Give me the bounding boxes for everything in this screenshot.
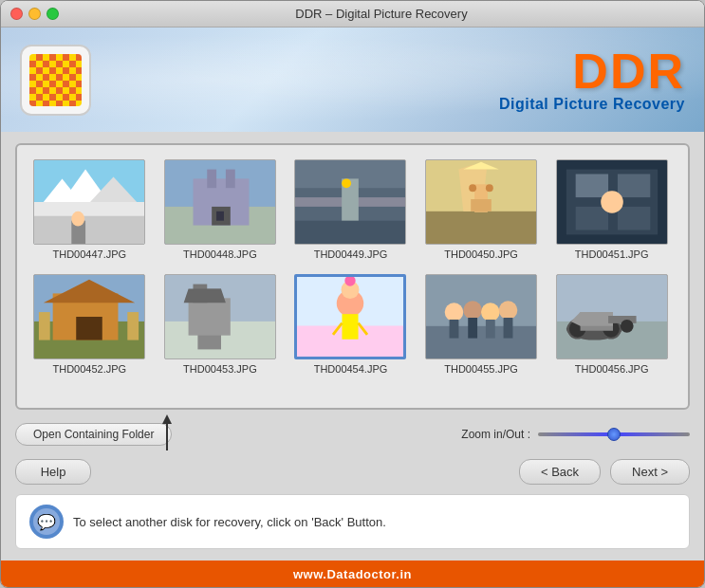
svg-rect-22 [426,211,536,244]
svg-rect-14 [216,211,224,221]
arrow-annotation [162,414,172,450]
next-button[interactable]: Next > [610,459,690,485]
svg-point-57 [345,275,356,285]
thumbnail-image [33,159,145,245]
thumbnail-label: THD00448.JPG [183,248,257,260]
thumbnail-label: THD00455.JPG [444,363,518,375]
logo-icon [29,54,82,106]
list-item[interactable]: THD00451.JPG [553,159,670,260]
svg-rect-65 [486,320,495,339]
svg-rect-41 [77,317,103,340]
thumbnail-label: THD00456.JPG [575,363,649,375]
svg-point-7 [72,211,85,227]
brand-area: DDR Digital Picture Recovery [499,46,685,113]
info-icon-inner: 💬 [33,508,60,535]
svg-rect-47 [188,298,230,335]
zoom-label: Zoom in/Out : [461,428,530,441]
thumbnail-image [294,274,406,359]
close-button[interactable] [10,8,23,20]
svg-point-29 [486,184,493,192]
thumbnail-image [425,159,537,245]
svg-point-76 [621,320,634,333]
brand-subtitle-text: Digital Picture Recovery [499,96,685,113]
svg-rect-11 [207,170,216,189]
thumbnail-label: THD00449.JPG [314,248,388,260]
thumbnail-image [425,274,537,359]
list-item[interactable]: THD00453.JPG [162,274,279,375]
bottom-buttons: Help < Back Next > [15,459,690,485]
thumbnail-label: THD00451.JPG [575,248,649,260]
help-button[interactable]: Help [15,459,91,485]
gallery-container: THD00447.JPG [15,143,690,410]
minimize-button[interactable] [28,8,41,20]
info-box: 💬 To select another disk for recovery, c… [15,494,690,549]
svg-point-66 [499,301,518,320]
thumbnail-label: THD00453.JPG [183,363,257,375]
footer: www.Datadoctor.in [1,560,704,587]
info-message: To select another disk for recovery, cli… [73,515,386,529]
thumbnail-label: THD00450.JPG [444,248,518,260]
list-item[interactable]: THD00448.JPG [162,159,279,260]
list-item[interactable]: THD00447.JPG [31,159,148,260]
list-item[interactable]: THD00456.JPG [553,274,670,375]
thumbnail-image [556,159,668,245]
thumbnail-label: THD00447.JPG [52,248,126,260]
svg-rect-34 [575,207,607,230]
gallery-scroll[interactable]: THD00447.JPG [27,155,678,398]
svg-rect-59 [426,326,536,358]
svg-rect-67 [504,318,513,339]
footer-url: www.Datadoctor.in [293,567,412,581]
title-bar: DDR – Digital Picture Recovery [1,1,704,28]
brand-ddr-text: DDR [499,46,685,96]
header: DDR Digital Picture Recovery [1,28,704,132]
list-item[interactable]: THD00454.JPG [292,274,409,375]
thumbnail-image [556,274,668,359]
zoom-control: Zoom in/Out : [461,428,690,441]
svg-point-36 [601,191,623,213]
svg-point-64 [481,303,500,322]
svg-point-62 [463,301,482,320]
svg-rect-5 [34,216,144,244]
list-item[interactable]: THD00450.JPG [423,159,540,260]
thumbnail-image [33,274,145,359]
svg-marker-49 [184,289,226,303]
svg-rect-61 [450,320,459,339]
thumbnail-image [164,274,276,359]
list-item[interactable]: THD00449.JPG [292,159,409,260]
thumbnail-label: THD00452.JPG [52,363,126,375]
window-title: DDR – Digital Picture Recovery [68,7,695,21]
svg-rect-53 [343,314,359,340]
svg-rect-33 [618,175,650,198]
arrow-line [166,422,168,450]
svg-point-28 [469,184,476,192]
open-folder-button[interactable]: Open Containing Folder [15,423,172,446]
maximize-button[interactable] [46,8,59,20]
info-icon: 💬 [29,505,64,539]
svg-rect-12 [226,170,235,189]
svg-rect-43 [128,312,139,340]
svg-rect-27 [471,199,492,211]
svg-rect-20 [295,221,405,245]
controls-row: Open Containing Folder Zoom in/Out : [15,419,690,450]
svg-point-60 [445,303,464,322]
svg-rect-35 [618,207,650,230]
svg-point-19 [343,178,352,188]
svg-rect-32 [575,175,607,198]
zoom-slider[interactable] [538,432,690,436]
gallery-grid: THD00447.JPG [27,155,675,379]
logo-box [20,45,91,116]
thumbnail-image [294,159,406,245]
svg-rect-42 [39,312,50,340]
traffic-lights [10,8,59,20]
svg-rect-63 [468,318,477,339]
list-item[interactable]: THD00455.JPG [423,274,540,375]
main-window: DDR – Digital Picture Recovery DDR Digit… [0,0,705,588]
list-item[interactable]: THD00452.JPG [31,274,148,375]
thumbnail-image [164,159,276,245]
back-button[interactable]: < Back [519,459,601,485]
thumbnail-label: THD00454.JPG [314,363,388,375]
main-content: THD00447.JPG [1,132,704,560]
